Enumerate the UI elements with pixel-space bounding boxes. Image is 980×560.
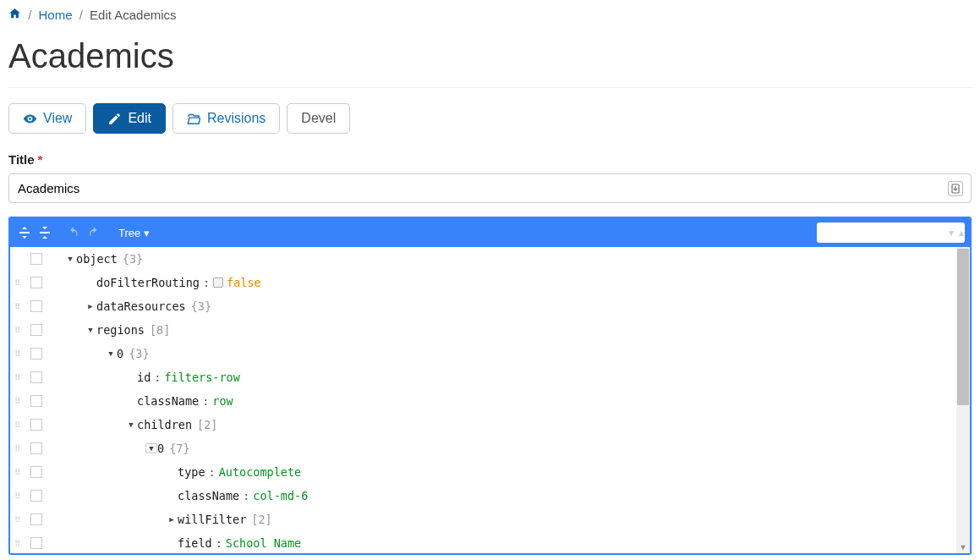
- caret-right-icon[interactable]: ▶: [166, 515, 178, 524]
- mode-selector[interactable]: Tree ▾: [113, 227, 155, 239]
- node-key[interactable]: id: [137, 371, 151, 384]
- node-value[interactable]: Autocomplete: [219, 465, 302, 479]
- tree-row[interactable]: ⠿ className:col-md-6: [10, 484, 956, 508]
- node-key[interactable]: object: [76, 252, 118, 266]
- node-key[interactable]: className: [137, 394, 199, 408]
- breadcrumb-home-icon[interactable]: [8, 8, 25, 22]
- json-editor-menu: Tree ▾ ▼ ▲: [10, 218, 970, 247]
- node-colon: :: [200, 276, 213, 289]
- node-count: {3}: [186, 299, 211, 313]
- tree-row[interactable]: ⠿▶ dataResources{3}: [10, 294, 956, 318]
- undo-button[interactable]: [64, 223, 83, 242]
- tree-row[interactable]: ⠿▼ 0{3}: [10, 342, 956, 365]
- scrollbar-thumb[interactable]: [957, 249, 969, 405]
- node-key[interactable]: field: [178, 536, 212, 550]
- tree-row[interactable]: ⠿ type:Autocomplete: [10, 460, 956, 484]
- node-key[interactable]: regions: [96, 323, 145, 337]
- node-count: {3}: [118, 252, 143, 266]
- drag-handle-icon[interactable]: ⠿: [10, 302, 25, 311]
- node-key[interactable]: className: [178, 489, 239, 502]
- context-menu-button[interactable]: [30, 419, 42, 431]
- json-search-input[interactable]: [820, 227, 947, 239]
- pencil-icon: [107, 112, 122, 126]
- title-field[interactable]: [8, 173, 972, 203]
- drag-handle-icon[interactable]: ⠿: [10, 397, 25, 406]
- node-key[interactable]: willFilter: [178, 513, 246, 526]
- input-assist-icon[interactable]: [948, 181, 963, 196]
- vertical-scrollbar[interactable]: ▼: [956, 247, 970, 553]
- node-key[interactable]: dataResources: [96, 299, 186, 313]
- caret-down-icon[interactable]: ▼: [85, 326, 96, 334]
- node-value[interactable]: School Name: [226, 536, 301, 550]
- breadcrumb-home-link[interactable]: Home: [39, 8, 73, 22]
- tab-revisions[interactable]: Revisions: [172, 103, 280, 134]
- context-menu-button[interactable]: [30, 513, 42, 525]
- drag-handle-icon[interactable]: ⠿: [10, 326, 25, 335]
- caret-down-icon[interactable]: ▼: [64, 255, 76, 263]
- scrollbar-arrow-down[interactable]: ▼: [956, 541, 970, 553]
- breadcrumb: / Home / Edit Academics: [8, 0, 972, 29]
- json-tree: ▼ object{3}⠿ doFilterRouting:false⠿▶ dat…: [10, 247, 970, 553]
- node-key[interactable]: children: [137, 418, 192, 431]
- context-menu-button[interactable]: [30, 253, 42, 265]
- tree-row[interactable]: ⠿▶ willFilter[2]: [10, 508, 956, 531]
- context-menu-button[interactable]: [30, 348, 42, 360]
- checkbox-icon[interactable]: [213, 277, 223, 288]
- node-colon: :: [199, 394, 212, 408]
- drag-handle-icon[interactable]: ⠿: [10, 539, 25, 548]
- tab-view-label: View: [43, 111, 72, 126]
- node-value[interactable]: col-md-6: [253, 489, 308, 502]
- context-menu-button[interactable]: [30, 395, 42, 407]
- tree-row[interactable]: ⠿ field:School Name: [10, 531, 956, 553]
- json-editor: Tree ▾ ▼ ▲ ▼ object{3}⠿ doFilterRouting:…: [8, 217, 972, 555]
- page-title: Academics: [8, 37, 972, 88]
- node-value[interactable]: filters-row: [164, 371, 239, 384]
- node-key[interactable]: 0: [117, 347, 123, 360]
- node-value[interactable]: false: [227, 276, 261, 289]
- node-key[interactable]: 0: [157, 442, 164, 455]
- context-menu-button[interactable]: [30, 490, 42, 502]
- drag-handle-icon[interactable]: ⠿: [10, 349, 25, 359]
- node-count: [8]: [145, 323, 170, 337]
- node-key[interactable]: type: [178, 465, 205, 479]
- tab-edit[interactable]: Edit: [93, 103, 166, 134]
- drag-handle-icon[interactable]: ⠿: [10, 278, 25, 288]
- node-value[interactable]: row: [212, 394, 233, 408]
- node-count: [2]: [192, 418, 217, 431]
- context-menu-button[interactable]: [30, 466, 42, 478]
- context-menu-button[interactable]: [30, 537, 42, 549]
- redo-button[interactable]: [85, 223, 103, 242]
- caret-right-icon[interactable]: ▶: [85, 302, 96, 310]
- tab-view[interactable]: View: [8, 103, 86, 134]
- tree-row[interactable]: ⠿▼ children[2]: [10, 413, 956, 436]
- tree-row[interactable]: ⠿ doFilterRouting:false: [10, 271, 956, 294]
- caret-down-icon[interactable]: ▼: [105, 349, 117, 358]
- drag-handle-icon[interactable]: ⠿: [10, 373, 25, 382]
- context-menu-button[interactable]: [30, 371, 42, 383]
- folder-open-icon: [187, 112, 201, 126]
- caret-down-icon[interactable]: ▼: [125, 420, 137, 429]
- tree-row[interactable]: ⠿▼ 0{7}: [10, 436, 956, 460]
- tree-row[interactable]: ⠿ className:row: [10, 389, 956, 413]
- node-key[interactable]: doFilterRouting: [96, 276, 200, 289]
- caret-down-icon[interactable]: ▼: [145, 443, 157, 453]
- search-prev-icon[interactable]: ▲: [957, 228, 966, 238]
- drag-handle-icon[interactable]: ⠿: [10, 468, 25, 477]
- json-search[interactable]: ▼ ▲: [817, 222, 965, 243]
- drag-handle-icon[interactable]: ⠿: [10, 515, 25, 524]
- context-menu-button[interactable]: [30, 324, 42, 336]
- tree-row[interactable]: ⠿▼ regions[8]: [10, 318, 956, 342]
- node-colon: :: [205, 465, 219, 479]
- tree-row[interactable]: ⠿ id:filters-row: [10, 365, 956, 389]
- collapse-all-button[interactable]: [36, 223, 54, 242]
- drag-handle-icon[interactable]: ⠿: [10, 444, 25, 453]
- drag-handle-icon[interactable]: ⠿: [10, 491, 25, 501]
- tree-row[interactable]: ▼ object{3}: [10, 247, 956, 271]
- search-next-icon[interactable]: ▼: [947, 228, 955, 238]
- context-menu-button[interactable]: [30, 300, 42, 312]
- context-menu-button[interactable]: [30, 442, 42, 454]
- expand-all-button[interactable]: [15, 223, 34, 242]
- tab-devel[interactable]: Devel: [287, 103, 350, 134]
- context-menu-button[interactable]: [30, 277, 42, 288]
- drag-handle-icon[interactable]: ⠿: [10, 420, 25, 430]
